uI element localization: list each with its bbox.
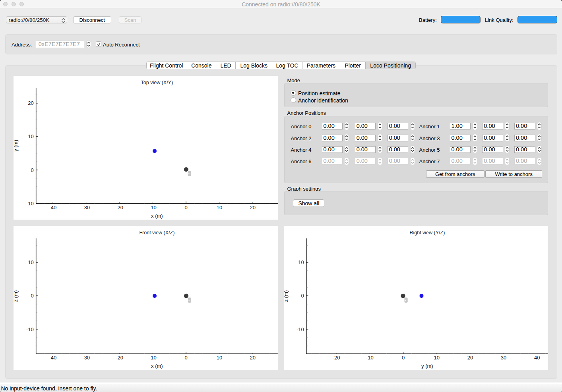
- svg-text:10: 10: [217, 205, 222, 210]
- svg-text:Top view (X/Y): Top view (X/Y): [141, 80, 173, 85]
- svg-text:20: 20: [250, 205, 255, 210]
- svg-text:20: 20: [28, 100, 33, 106]
- svg-text:-10: -10: [366, 355, 374, 361]
- svg-text:-20: -20: [116, 355, 123, 361]
- svg-text:Front view (X/Z): Front view (X/Z): [139, 230, 174, 236]
- svg-text:10: 10: [298, 259, 304, 265]
- svg-text:-10: -10: [149, 205, 157, 210]
- svg-text:10: 10: [28, 133, 33, 139]
- svg-text:-20: -20: [116, 205, 123, 210]
- svg-text:x (m): x (m): [151, 363, 163, 369]
- svg-text:30: 30: [501, 355, 506, 361]
- svg-text:0: 0: [31, 167, 33, 173]
- svg-text:x (m): x (m): [151, 213, 163, 219]
- svg-text:20: 20: [250, 355, 255, 361]
- svg-text:z (m): z (m): [284, 290, 289, 302]
- svg-text:40: 40: [534, 355, 540, 361]
- svg-text:10: 10: [217, 355, 222, 361]
- svg-text:-10: -10: [26, 201, 34, 207]
- svg-text:10: 10: [434, 355, 439, 361]
- svg-text:-10: -10: [297, 326, 304, 332]
- svg-text:10: 10: [28, 259, 33, 265]
- svg-text:0: 0: [301, 293, 304, 299]
- svg-text:-10: -10: [149, 355, 157, 361]
- svg-text:z (m): z (m): [14, 290, 19, 302]
- svg-text:20: 20: [467, 355, 473, 361]
- svg-text:0: 0: [31, 293, 33, 299]
- svg-text:0: 0: [184, 355, 187, 361]
- svg-text:-40: -40: [49, 355, 57, 361]
- svg-text:-30: -30: [82, 205, 90, 210]
- svg-text:-20: -20: [333, 355, 340, 361]
- svg-text:y (m): y (m): [14, 140, 19, 152]
- svg-text:-30: -30: [82, 355, 90, 361]
- svg-text:Right view (Y/Z): Right view (Y/Z): [409, 230, 445, 236]
- svg-text:-40: -40: [49, 205, 57, 210]
- svg-text:y (m): y (m): [421, 363, 433, 369]
- svg-text:0: 0: [402, 355, 405, 361]
- svg-text:-10: -10: [26, 326, 34, 332]
- svg-text:0: 0: [184, 205, 187, 210]
